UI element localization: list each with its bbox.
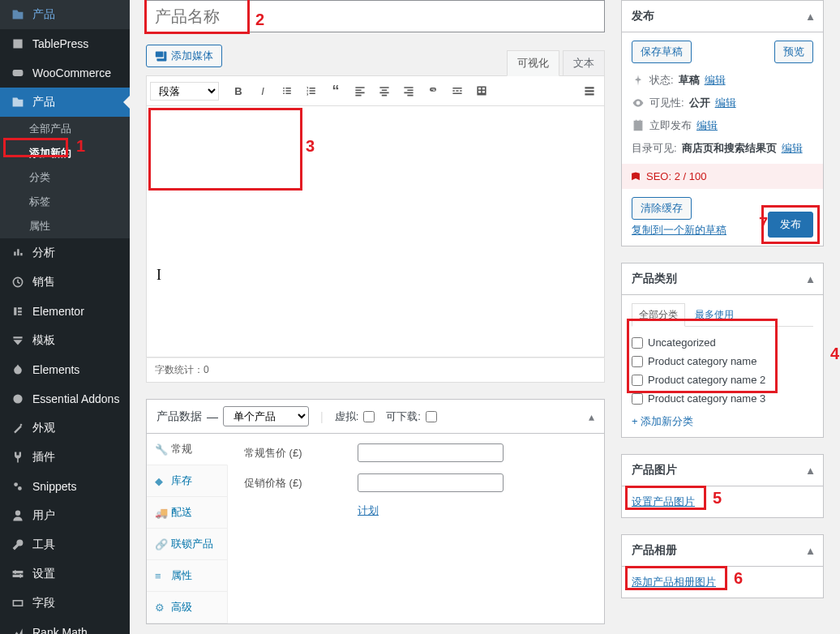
add-new-category-link[interactable]: + 添加新分类 bbox=[632, 414, 693, 429]
edit-visibility-link[interactable]: 编辑 bbox=[715, 96, 736, 110]
submenu-item-3[interactable]: 标签 bbox=[0, 190, 130, 214]
category-checkbox[interactable] bbox=[632, 375, 643, 386]
clear-cache-button[interactable]: 清除缓存 bbox=[632, 197, 692, 220]
bullet-list-button[interactable] bbox=[276, 79, 298, 102]
sidebar-item-17[interactable]: Rank Math bbox=[0, 618, 130, 634]
regular-price-input[interactable] bbox=[358, 443, 504, 462]
sidebar-item-1[interactable]: TablePress bbox=[0, 29, 130, 58]
sidebar-item-9[interactable]: Essential Addons bbox=[0, 384, 130, 413]
link-button[interactable] bbox=[422, 79, 444, 102]
sidebar-item-6[interactable]: Elementor bbox=[0, 297, 130, 326]
paragraph-selector[interactable]: 段落 bbox=[150, 82, 219, 101]
wrench-icon: 🔧 bbox=[155, 443, 166, 456]
sidebar-item-13[interactable]: 用户 bbox=[0, 501, 130, 530]
table-button[interactable] bbox=[470, 79, 493, 102]
tablepress-icon bbox=[10, 36, 26, 52]
download-checkbox[interactable] bbox=[426, 411, 437, 422]
editor-toolbar: 段落 B I “ bbox=[146, 75, 605, 106]
menu-label: 设置 bbox=[32, 567, 55, 581]
category-checkbox[interactable] bbox=[632, 393, 643, 405]
product-tab-1[interactable]: ◆库存 bbox=[147, 465, 227, 497]
sidebar-item-15[interactable]: 设置 bbox=[0, 559, 130, 589]
collapse-toggle[interactable]: ▴ bbox=[808, 272, 813, 285]
edit-catalog-link[interactable]: 编辑 bbox=[782, 141, 803, 156]
fields-icon bbox=[10, 595, 26, 611]
submenu-item-1[interactable]: 添加新的 bbox=[0, 141, 130, 165]
category-checkbox[interactable] bbox=[632, 337, 643, 349]
sidebar-item-4[interactable]: 分析 bbox=[0, 238, 130, 268]
svg-rect-0 bbox=[13, 70, 24, 76]
svg-rect-4 bbox=[18, 311, 22, 312]
category-item-3[interactable]: Product category name 3 bbox=[632, 389, 813, 408]
menu-label: 外观 bbox=[32, 421, 55, 435]
edit-status-link[interactable]: 编辑 bbox=[705, 73, 726, 88]
tab-visual[interactable]: 可视化 bbox=[507, 50, 559, 76]
set-product-image-link[interactable]: 设置产品图片 bbox=[632, 495, 695, 508]
collapse-toggle[interactable]: ▴ bbox=[808, 464, 813, 477]
sidebar-item-16[interactable]: 字段 bbox=[0, 589, 130, 618]
align-left-button[interactable] bbox=[349, 79, 371, 102]
attr-icon: ≡ bbox=[155, 570, 166, 582]
publish-button[interactable]: 发布 bbox=[768, 212, 813, 238]
product-data-box: 产品数据 — 单个产品 | 虚拟: 可下载: ▴ 🔧常规◆库存🚚配送🔗联锁产品≡… bbox=[146, 399, 605, 624]
tab-most-used[interactable]: 最多使用 bbox=[688, 304, 740, 326]
number-list-button[interactable] bbox=[300, 79, 323, 102]
submenu-item-0[interactable]: 全部产品 bbox=[0, 117, 130, 141]
calendar-icon bbox=[632, 119, 645, 132]
editor-content[interactable]: 3 I bbox=[146, 106, 605, 358]
menu-label: WooCommerce bbox=[32, 66, 111, 79]
sidebar-item-3[interactable]: 产品 bbox=[0, 88, 130, 117]
add-gallery-image-link[interactable]: 添加产品相册图片 bbox=[632, 576, 716, 588]
category-item-2[interactable]: Product category name 2 bbox=[632, 371, 813, 389]
product-tab-0[interactable]: 🔧常规 bbox=[147, 434, 228, 465]
sales-icon bbox=[10, 274, 26, 290]
sidebar-item-2[interactable]: WooCommerce bbox=[0, 58, 130, 88]
virtual-checkbox[interactable] bbox=[363, 411, 375, 422]
italic-button[interactable]: I bbox=[251, 79, 274, 102]
sidebar-item-5[interactable]: 销售 bbox=[0, 268, 130, 297]
save-draft-button[interactable]: 保存草稿 bbox=[632, 41, 692, 63]
submenu-item-4[interactable]: 属性 bbox=[0, 214, 130, 238]
tab-text[interactable]: 文本 bbox=[563, 50, 605, 75]
toolbar-toggle-button[interactable] bbox=[578, 79, 601, 102]
add-media-button[interactable]: 添加媒体 bbox=[146, 45, 222, 67]
product-tab-5[interactable]: ⚙高级 bbox=[147, 592, 227, 623]
category-checkbox[interactable] bbox=[632, 356, 643, 367]
advanced-icon: ⚙ bbox=[155, 602, 166, 614]
sidebar-item-11[interactable]: 插件 bbox=[0, 443, 130, 472]
collapse-toggle[interactable]: ▴ bbox=[589, 410, 594, 423]
collapse-toggle[interactable]: ▴ bbox=[808, 10, 813, 23]
product-tab-3[interactable]: 🔗联锁产品 bbox=[147, 529, 227, 560]
collapse-toggle[interactable]: ▴ bbox=[808, 544, 813, 557]
sidebar-item-7[interactable]: 模板 bbox=[0, 326, 130, 355]
menu-label: Snippets bbox=[32, 480, 76, 493]
sidebar-item-8[interactable]: Elements bbox=[0, 355, 130, 384]
sale-price-input[interactable] bbox=[358, 473, 504, 492]
appearance-icon bbox=[10, 420, 26, 436]
quote-button[interactable]: “ bbox=[324, 79, 347, 102]
product-tab-4[interactable]: ≡属性 bbox=[147, 560, 227, 592]
tab-all-categories[interactable]: 全部分类 bbox=[632, 303, 685, 327]
seo-score: SEO: 2 / 100 bbox=[646, 170, 706, 182]
sidebar-item-14[interactable]: 工具 bbox=[0, 530, 130, 559]
category-item-1[interactable]: Product category name bbox=[632, 352, 813, 371]
sidebar-item-10[interactable]: 外观 bbox=[0, 413, 130, 443]
regular-price-label: 常规售价 (£) bbox=[244, 446, 341, 461]
edit-publish-date-link[interactable]: 编辑 bbox=[696, 118, 718, 133]
woo-icon bbox=[10, 65, 26, 81]
sidebar-item-0[interactable]: 产品 bbox=[0, 0, 130, 29]
submenu-item-2[interactable]: 分类 bbox=[0, 165, 130, 190]
product-icon bbox=[10, 94, 26, 110]
copy-draft-link[interactable]: 复制到一个新的草稿 bbox=[632, 223, 726, 238]
product-type-select[interactable]: 单个产品 bbox=[223, 406, 309, 426]
product-tab-2[interactable]: 🚚配送 bbox=[147, 497, 227, 529]
bold-button[interactable]: B bbox=[227, 79, 250, 102]
align-center-button[interactable] bbox=[373, 79, 396, 102]
category-item-0[interactable]: Uncategorized bbox=[632, 333, 813, 352]
product-title-input[interactable] bbox=[146, 0, 605, 32]
align-right-button[interactable] bbox=[397, 79, 420, 102]
sidebar-item-12[interactable]: Snippets bbox=[0, 472, 130, 501]
more-button[interactable] bbox=[446, 79, 469, 102]
schedule-link[interactable]: 计划 bbox=[358, 504, 379, 516]
preview-button[interactable]: 预览 bbox=[774, 41, 813, 63]
